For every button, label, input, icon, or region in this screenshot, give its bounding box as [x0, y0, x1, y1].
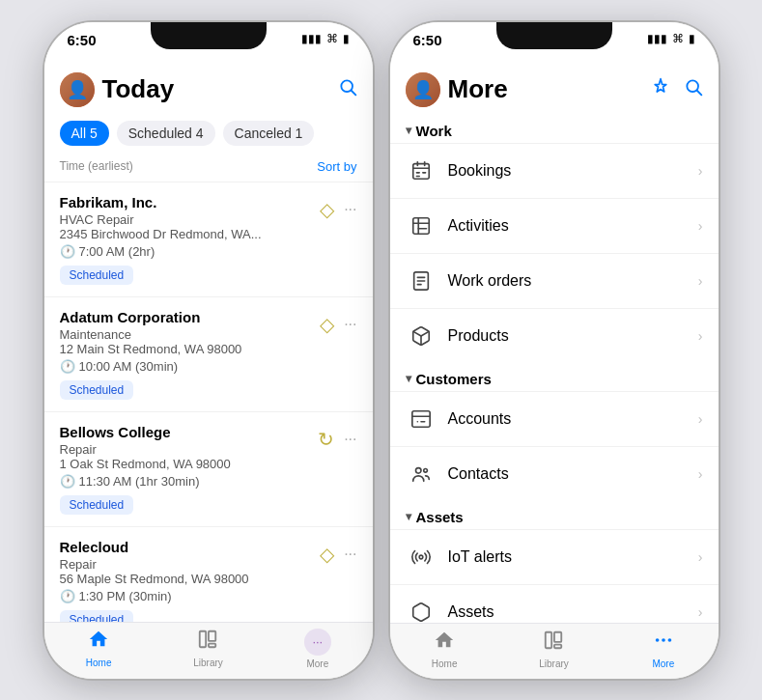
refresh-diamond-icon[interactable]: ↻ — [318, 428, 334, 451]
sort-by-button[interactable]: Sort by — [317, 159, 356, 174]
work-item[interactable]: Bellows College Repair 1 Oak St Redmond,… — [44, 411, 373, 526]
signal-icon: ▮▮▮ — [301, 32, 322, 45]
avatar-image-2: 👤 — [406, 72, 440, 107]
svg-rect-41 — [554, 631, 561, 641]
status-badge: Scheduled — [60, 495, 134, 515]
svg-rect-7 — [412, 163, 429, 179]
chevron-right-icon: › — [698, 549, 703, 565]
work-item-header: Adatum Corporation Maintenance 12 Main S… — [60, 309, 357, 374]
filter-canceled[interactable]: Canceled 1 — [223, 121, 315, 146]
work-item[interactable]: Adatum Corporation Maintenance 12 Main S… — [44, 296, 373, 411]
ellipsis-icon[interactable]: ··· — [344, 431, 356, 448]
work-item-info: Bellows College Repair 1 Oak St Redmond,… — [60, 424, 319, 489]
notch-2 — [496, 22, 612, 49]
more-header: 👤 More — [390, 65, 719, 115]
header-left: 👤 Today — [60, 72, 175, 107]
menu-accounts-label: Accounts — [448, 410, 698, 428]
work-item[interactable]: Relecloud Repair 56 Maple St Redmond, WA… — [44, 526, 373, 622]
chevron-down-icon-3: ▾ — [406, 510, 411, 523]
section-customers-label: Customers — [416, 371, 492, 387]
work-item-info: Adatum Corporation Maintenance 12 Main S… — [60, 309, 321, 374]
work-item-actions: ◇ ··· — [320, 543, 356, 566]
svg-point-45 — [667, 638, 671, 642]
avatar: 👤 — [60, 72, 95, 107]
nav-more[interactable]: ··· More — [263, 629, 372, 669]
svg-line-6 — [696, 91, 701, 96]
menu-iot-alerts[interactable]: IoT alerts › — [390, 529, 719, 584]
work-item-title: Fabrikam, Inc. — [60, 194, 321, 210]
work-item-info: Relecloud Repair 56 Maple St Redmond, WA… — [60, 539, 321, 603]
chevron-down-icon: ▾ — [406, 124, 411, 137]
work-item-subtitle: Repair — [60, 442, 319, 457]
diamond-icon[interactable]: ◇ — [320, 543, 334, 566]
menu-activities[interactable]: Activities › — [390, 198, 719, 253]
nav-library[interactable]: Library — [154, 629, 263, 669]
work-item[interactable]: Fabrikam, Inc. HVAC Repair 2345 Birchwoo… — [44, 182, 373, 296]
search-icon[interactable] — [338, 77, 357, 101]
ellipsis-icon[interactable]: ··· — [344, 316, 356, 333]
work-item-actions: ◇ ··· — [320, 198, 356, 221]
chevron-right-icon: › — [698, 328, 703, 344]
more-screen: 👤 More ▾ Work — [390, 65, 719, 623]
nav-home-label-2: Home — [432, 658, 458, 669]
clock-icon: 🕐 — [60, 589, 75, 603]
phone-more: 6:50 ▮▮▮ ⌘ ▮ 👤 More — [390, 22, 719, 679]
svg-point-44 — [662, 638, 665, 642]
products-icon — [406, 321, 437, 351]
battery-icon-2: ▮ — [689, 32, 695, 45]
svg-rect-23 — [411, 410, 429, 427]
menu-products[interactable]: Products › — [390, 308, 719, 363]
chevron-right-icon: › — [698, 466, 703, 482]
chevron-right-icon: › — [698, 604, 703, 620]
status-badge: Scheduled — [60, 266, 134, 285]
filter-scheduled[interactable]: Scheduled 4 — [117, 121, 215, 146]
menu-accounts[interactable]: Accounts › — [390, 391, 719, 446]
nav-more-2[interactable]: More — [608, 630, 718, 669]
sort-label: Time (earliest) — [60, 159, 133, 173]
nav-library-2[interactable]: Library — [499, 630, 608, 669]
work-item-address: 12 Main St Redmond, WA 98000 — [60, 342, 321, 356]
work-item-actions: ◇ ··· — [320, 313, 356, 336]
pin-icon[interactable] — [651, 77, 670, 101]
svg-rect-40 — [546, 631, 551, 648]
nav-more-label: More — [306, 658, 328, 669]
menu-assets[interactable]: Assets › — [390, 584, 719, 623]
diamond-icon[interactable]: ◇ — [320, 313, 334, 336]
work-item-subtitle: Repair — [60, 557, 321, 572]
work-item-address: 1 Oak St Redmond, WA 98000 — [60, 457, 319, 471]
clock-icon: 🕐 — [60, 244, 75, 259]
status-icons: ▮▮▮ ⌘ ▮ — [301, 32, 350, 45]
today-header: 👤 Today — [44, 65, 373, 115]
today-screen: 👤 Today All 5 Scheduled 4 Canceled 1 Tim… — [44, 65, 373, 622]
more-header-icons — [651, 77, 703, 101]
nav-home-2[interactable]: Home — [390, 630, 499, 669]
menu-bookings[interactable]: Bookings › — [390, 143, 719, 198]
work-item-subtitle: Maintenance — [60, 327, 321, 342]
more-icon: ··· — [304, 629, 331, 656]
svg-point-43 — [656, 638, 660, 642]
library-icon-2 — [543, 630, 564, 656]
section-assets-label: Assets — [416, 509, 464, 525]
svg-rect-14 — [412, 217, 429, 234]
work-item-actions: ↻ ··· — [318, 428, 356, 451]
home-icon-2 — [434, 630, 455, 656]
work-item-time: 🕐 11:30 AM (1hr 30min) — [60, 474, 319, 489]
more-dots-icon — [653, 630, 674, 656]
menu-contacts[interactable]: Contacts › — [390, 446, 719, 501]
nav-home[interactable]: Home — [44, 629, 154, 669]
work-item-title: Adatum Corporation — [60, 309, 321, 325]
menu-assets-label: Assets — [448, 603, 698, 621]
assets-icon — [406, 597, 437, 623]
diamond-icon[interactable]: ◇ — [320, 198, 334, 221]
section-customers: ▾ Customers — [390, 363, 719, 391]
menu-work-orders[interactable]: Work orders › — [390, 253, 719, 308]
clock-icon: 🕐 — [60, 474, 75, 489]
search-icon-2[interactable] — [684, 77, 703, 101]
nav-home-label: Home — [86, 658, 112, 668]
chevron-right-icon: › — [698, 163, 703, 179]
filter-all[interactable]: All 5 — [60, 121, 109, 146]
svg-point-27 — [415, 467, 421, 473]
menu-iot-alerts-label: IoT alerts — [448, 548, 698, 566]
ellipsis-icon[interactable]: ··· — [344, 201, 356, 218]
ellipsis-icon[interactable]: ··· — [344, 546, 356, 563]
